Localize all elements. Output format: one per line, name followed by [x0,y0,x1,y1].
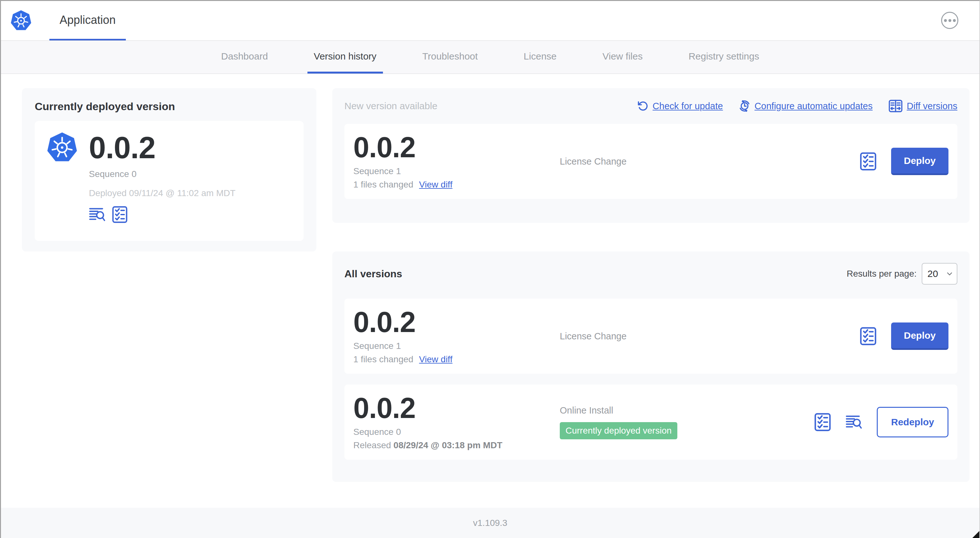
row-source-label: Online Install [560,405,815,416]
tab-registry-settings[interactable]: Registry settings [682,41,765,73]
configure-automatic-updates-label: Configure automatic updates [754,101,873,111]
check-for-update-link[interactable]: Check for update [638,101,723,111]
view-logs-icon[interactable] [89,207,105,222]
view-diff-link[interactable]: View diff [419,179,452,190]
row-version-number: 0.0.2 [353,133,560,162]
tab-dashboard[interactable]: Dashboard [215,41,274,73]
tab-view-files[interactable]: View files [596,41,649,73]
row-version-number: 0.0.2 [353,308,560,336]
tab-troubleshoot[interactable]: Troubleshoot [416,41,484,73]
preflight-checklist-icon[interactable] [815,413,831,432]
deploy-button[interactable]: Deploy [891,322,948,350]
auto-update-icon [739,100,750,112]
all-versions-title: All versions [344,268,402,280]
deployed-version-number: 0.0.2 [89,132,156,163]
row-sequence: Sequence 1 [353,341,560,351]
app-logo [11,1,32,40]
application-tab-label: Application [60,13,116,27]
chevron-down-icon [947,272,952,276]
view-diff-link[interactable]: View diff [419,354,452,365]
mouse-cursor [972,531,979,538]
all-versions-panel: All versions Results per page: 20 0.0.2 [332,251,969,482]
kubernetes-logo-icon [11,10,32,32]
currently-deployed-title: Currently deployed version [35,100,304,113]
deploy-button[interactable]: Deploy [891,148,948,175]
row-released-timestamp: Released 08/29/24 @ 03:18 pm MDT [353,440,560,451]
application-tab[interactable]: Application [49,1,126,40]
row-sequence: Sequence 1 [353,166,560,176]
currently-deployed-panel: Currently deployed version [22,88,317,251]
preflight-checklist-icon[interactable] [860,327,877,345]
results-per-page-label: Results per page: [847,269,916,279]
version-row-sequence-1: 0.0.2 Sequence 1 1 files changed View di… [344,298,958,374]
results-per-page-value: 20 [928,268,938,279]
redeploy-button[interactable]: Redeploy [877,407,948,437]
files-changed-label: 1 files changed [353,354,413,365]
row-sequence: Sequence 0 [353,427,560,437]
diff-versions-label: Diff versions [907,101,958,111]
ellipsis-menu-button[interactable] [941,12,958,29]
kubernetes-app-icon [47,132,78,163]
refresh-icon [638,101,648,111]
view-logs-icon[interactable] [846,415,862,429]
version-row-sequence-0: 0.0.2 Sequence 0 Released 08/29/24 @ 03:… [344,384,958,460]
currently-deployed-badge: Currently deployed version [560,422,677,439]
new-version-row: 0.0.2 Sequence 1 1 files changed View di… [344,124,958,199]
console-version-label: v1.109.3 [473,518,507,528]
new-version-panel: New version available Check for update [332,88,969,223]
preflight-checklist-icon[interactable] [860,152,877,171]
preflight-checklist-icon[interactable] [112,206,128,223]
row-source-label: License Change [560,331,860,341]
results-per-page-select[interactable]: 20 [922,263,958,285]
row-version-number: 0.0.2 [353,394,560,422]
main-navbar: Dashboard Version history Troubleshoot L… [1,41,979,74]
version-history-page: { "header": { "app_tab": "Application" }… [0,0,980,538]
tab-license[interactable]: License [517,41,563,73]
row-source-label: License Change [560,156,860,167]
deployed-sequence: Sequence 0 [89,169,291,179]
files-changed-label: 1 files changed [353,179,413,190]
deployed-version-card: 0.0.2 Sequence 0 Deployed 09/11/24 @ 11:… [35,121,304,241]
configure-automatic-updates-link[interactable]: Configure automatic updates [739,100,873,112]
ellipsis-icon [944,19,947,22]
diff-versions-link[interactable]: Diff versions [889,100,958,113]
check-for-update-label: Check for update [652,101,723,111]
app-header: Application [1,1,979,41]
tab-version-history[interactable]: Version history [307,41,383,73]
deployed-timestamp: Deployed 09/11/24 @ 11:02 am MDT [89,188,291,198]
app-footer: v1.109.3 [1,508,979,538]
new-version-title: New version available [344,101,438,111]
diff-icon [889,100,902,113]
